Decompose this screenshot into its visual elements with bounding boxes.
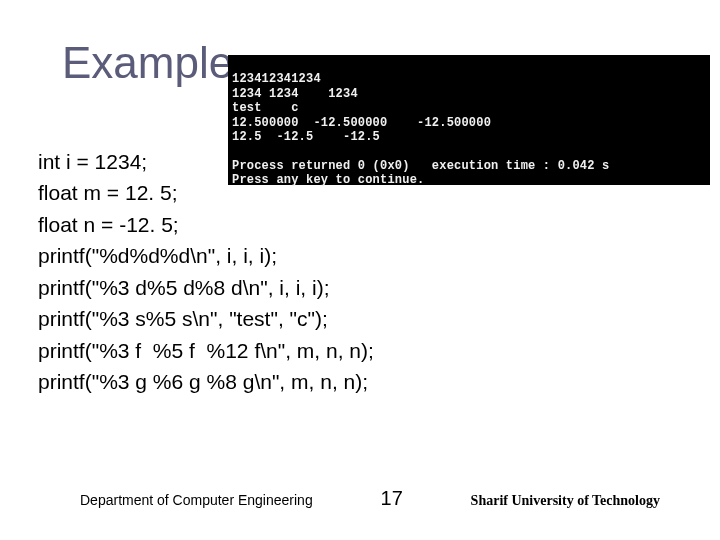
footer-department: Department of Computer Engineering: [80, 492, 313, 508]
slide-footer: Department of Computer Engineering 17 Sh…: [0, 487, 720, 510]
code-line: printf("%3 s%5 s\n", "test", "c");: [38, 307, 328, 330]
code-line: printf("%3 d%5 d%8 d\n", i, i, i);: [38, 276, 330, 299]
console-line: 1234 1234 1234: [232, 87, 358, 101]
code-line: float n = -12. 5;: [38, 213, 179, 236]
code-line: float m = 12. 5;: [38, 181, 178, 204]
console-line: 123412341234: [232, 72, 321, 86]
code-line: int i = 1234;: [38, 150, 147, 173]
footer-university: Sharif University of Technology: [471, 493, 660, 509]
code-listing: int i = 1234; float m = 12. 5; float n =…: [38, 114, 374, 398]
code-line: printf("%3 g %6 g %8 g\n", m, n, n);: [38, 370, 368, 393]
code-line: printf("%d%d%d\n", i, i, i);: [38, 244, 277, 267]
slide-title: Example: [62, 38, 233, 88]
code-line: printf("%3 f %5 f %12 f\n", m, n, n);: [38, 339, 374, 362]
footer-page-number: 17: [381, 487, 403, 510]
